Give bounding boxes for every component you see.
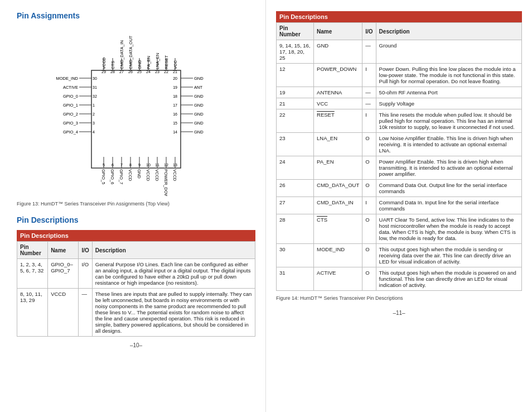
svg-text:10: 10 xyxy=(146,163,151,167)
name-cell: VCCD xyxy=(48,289,79,337)
svg-text:CTS: CTS xyxy=(110,61,115,69)
desc-cell: Command Data In. Input line for the seri… xyxy=(376,197,521,214)
table-row: 24 PA_EN O Power Amplifier Enable. This … xyxy=(277,156,522,180)
svg-text:GPIO_1: GPIO_1 xyxy=(63,103,78,108)
table-row: 30 MODE_IND O This output goes high when… xyxy=(277,244,522,267)
pin-descriptions-table-right: Pin Number Name I/O Description 9, 14, 1… xyxy=(276,22,522,291)
overline-name: RESET xyxy=(317,112,335,118)
col-pin-number: Pin Number xyxy=(17,242,48,259)
desc-cell: Ground xyxy=(376,40,521,64)
svg-text:28: 28 xyxy=(110,70,115,74)
svg-text:GND: GND xyxy=(137,60,142,69)
desc-cell: 50-ohm RF Antenna Port xyxy=(376,87,521,98)
svg-text:26: 26 xyxy=(128,70,133,74)
svg-text:15: 15 xyxy=(173,121,177,125)
name-cell: CMD_DATA_OUT xyxy=(314,180,362,197)
io-cell: I xyxy=(362,64,376,87)
io-cell: O xyxy=(362,156,376,180)
svg-text:GND: GND xyxy=(194,130,204,135)
page-number-right: –11– xyxy=(276,310,522,316)
svg-rect-0 xyxy=(91,70,181,168)
pin-descriptions-table-left: Pin Number Name I/O Description 1, 2, 3,… xyxy=(17,241,255,337)
svg-text:30: 30 xyxy=(93,76,97,80)
io-cell: O xyxy=(362,267,376,291)
svg-text:29: 29 xyxy=(101,70,106,74)
table-row: 12 POWER_DOWN I Power Down. Pulling this… xyxy=(277,64,522,87)
desc-cell: Power Amplifier Enable. This line is dri… xyxy=(376,156,521,180)
svg-text:18: 18 xyxy=(173,94,177,98)
io-cell: — xyxy=(362,87,376,98)
pin-number-cell: 8, 10, 11, 13, 29 xyxy=(17,289,48,337)
svg-text:5: 5 xyxy=(103,163,105,167)
svg-text:PA_EN: PA_EN xyxy=(146,56,151,69)
io-cell: O xyxy=(362,214,376,244)
io-cell: I/O xyxy=(79,259,92,289)
pin-diagram: VCCD CTS CMD_DATA_IN CMD_DATA_OUT GND PA… xyxy=(19,26,253,199)
io-cell: O xyxy=(362,180,376,197)
svg-text:3: 3 xyxy=(93,121,95,125)
svg-text:24: 24 xyxy=(146,70,151,74)
pin-number-cell: 23 xyxy=(277,133,314,156)
desc-cell: Power Down. Pulling this line low places… xyxy=(376,64,521,87)
pin-desc-table-header-left: Pin Descriptions xyxy=(17,230,255,241)
svg-text:6: 6 xyxy=(112,163,114,167)
pin-number-cell: 27 xyxy=(277,197,314,214)
svg-text:2: 2 xyxy=(93,112,95,116)
svg-text:GPIO_7: GPIO_7 xyxy=(119,169,124,184)
name-cell: CMD_DATA_IN xyxy=(314,197,362,214)
col-io-r: I/O xyxy=(362,23,376,40)
table-row: 9, 14, 15, 16, 17, 18, 20, 25 GND — Grou… xyxy=(277,40,522,64)
name-cell: GPIO_0–GPIO_7 xyxy=(48,259,79,289)
svg-text:17: 17 xyxy=(173,103,177,107)
svg-text:22: 22 xyxy=(164,70,168,74)
figure-14-caption: Figure 14: HumDT™ Series Transceiver Pin… xyxy=(276,295,522,301)
pin-number-cell: 26 xyxy=(277,180,314,197)
table-row: 1, 2, 3, 4, 5, 6, 7, 32 GPIO_0–GPIO_7 I/… xyxy=(17,259,255,289)
svg-text:CMD_DATA_OUT: CMD_DATA_OUT xyxy=(128,35,133,69)
pin-number-cell: 24 xyxy=(277,156,314,180)
svg-text:8: 8 xyxy=(129,163,132,167)
name-cell: ANTENNA xyxy=(314,87,362,98)
svg-text:GPIO_0: GPIO_0 xyxy=(63,94,78,99)
pin-assignments-title: Pin Assignments xyxy=(17,11,255,20)
svg-text:1: 1 xyxy=(93,103,95,107)
name-cell: CTS xyxy=(314,214,362,244)
io-cell: — xyxy=(362,98,376,109)
svg-text:VCCD: VCCD xyxy=(154,169,159,181)
col-name: Name xyxy=(48,242,79,259)
io-cell: O xyxy=(362,133,376,156)
svg-text:16: 16 xyxy=(173,112,177,116)
svg-text:VCC: VCC xyxy=(173,60,178,69)
col-description: Description xyxy=(92,242,255,259)
svg-text:GPIO_5: GPIO_5 xyxy=(101,169,106,184)
svg-text:13: 13 xyxy=(173,163,177,167)
pin-number-cell: 1, 2, 3, 4, 5, 6, 7, 32 xyxy=(17,259,48,289)
svg-text:11: 11 xyxy=(155,163,159,167)
desc-cell: This line resets the module when pulled … xyxy=(376,109,521,133)
svg-text:25: 25 xyxy=(137,70,142,74)
table-row: 27 CMD_DATA_IN I Command Data In. Input … xyxy=(277,197,522,214)
name-cell: LNA_EN xyxy=(314,133,362,156)
svg-text:9: 9 xyxy=(138,163,141,167)
name-cell: MODE_IND xyxy=(314,244,362,267)
name-cell: POWER_DOWN xyxy=(314,64,362,87)
svg-text:GPIO_3: GPIO_3 xyxy=(63,121,78,126)
svg-text:21: 21 xyxy=(173,70,177,74)
name-cell: GND xyxy=(314,40,362,64)
table-row: 31 ACTIVE O This output goes high when t… xyxy=(277,267,522,291)
col-io: I/O xyxy=(79,242,92,259)
svg-text:LNA_EN: LNA_EN xyxy=(155,53,160,69)
pin-desc-table-header-right: Pin Descriptions xyxy=(276,11,522,22)
table-row: 19 ANTENNA — 50-ohm RF Antenna Port xyxy=(277,87,522,98)
desc-cell: UART Clear To Send, active low. This lin… xyxy=(376,214,521,244)
desc-cell: General Purpose I/O Lines. Each line can… xyxy=(92,259,255,289)
svg-text:VCCD: VCCD xyxy=(128,169,133,181)
col-pin-number-r: Pin Number xyxy=(277,23,314,40)
svg-text:GND: GND xyxy=(194,76,204,81)
svg-text:GPIO_4: GPIO_4 xyxy=(63,130,78,135)
desc-cell: Command Data Out. Output line for the se… xyxy=(376,180,521,197)
svg-text:CMD_DATA_IN: CMD_DATA_IN xyxy=(119,40,124,69)
page-number-left: –10– xyxy=(17,342,255,348)
pin-number-cell: 9, 14, 15, 16, 17, 18, 20, 25 xyxy=(277,40,314,64)
io-cell: O xyxy=(362,244,376,267)
